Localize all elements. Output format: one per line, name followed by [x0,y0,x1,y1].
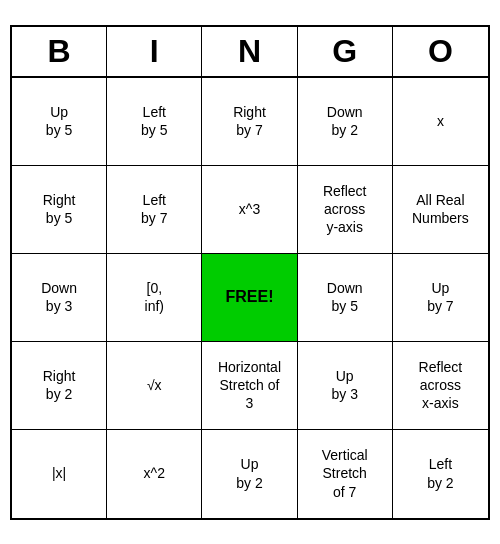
bingo-cell-2[interactable]: Right by 7 [202,78,297,166]
bingo-cell-text-14: Up by 7 [427,279,453,315]
bingo-cell-10[interactable]: Down by 3 [12,254,107,342]
bingo-cell-text-22: Up by 2 [236,455,262,491]
bingo-cell-text-5: Right by 5 [43,191,76,227]
bingo-cell-text-13: Down by 5 [327,279,363,315]
bingo-cell-9[interactable]: All Real Numbers [393,166,488,254]
bingo-cell-text-3: Down by 2 [327,103,363,139]
bingo-cell-text-15: Right by 2 [43,367,76,403]
bingo-cell-text-19: Reflect across x-axis [419,358,463,413]
bingo-cell-text-8: Reflect across y-axis [323,182,367,237]
header-letter-g: G [298,27,393,76]
bingo-cell-text-10: Down by 3 [41,279,77,315]
bingo-cell-text-24: Left by 2 [427,455,453,491]
bingo-cell-1[interactable]: Left by 5 [107,78,202,166]
bingo-cell-22[interactable]: Up by 2 [202,430,297,518]
bingo-cell-11[interactable]: [0, inf) [107,254,202,342]
header-letter-o: O [393,27,488,76]
bingo-cell-19[interactable]: Reflect across x-axis [393,342,488,430]
bingo-cell-13[interactable]: Down by 5 [298,254,393,342]
bingo-cell-23[interactable]: Vertical Stretch of 7 [298,430,393,518]
bingo-cell-6[interactable]: Left by 7 [107,166,202,254]
bingo-cell-text-9: All Real Numbers [412,191,469,227]
bingo-cell-24[interactable]: Left by 2 [393,430,488,518]
bingo-cell-20[interactable]: |x| [12,430,107,518]
bingo-card: BINGO Up by 5Left by 5Right by 7Down by … [10,25,490,520]
bingo-grid: Up by 5Left by 5Right by 7Down by 2xRigh… [12,78,488,518]
bingo-cell-17[interactable]: Horizontal Stretch of 3 [202,342,297,430]
bingo-cell-3[interactable]: Down by 2 [298,78,393,166]
bingo-cell-text-1: Left by 5 [141,103,167,139]
bingo-cell-21[interactable]: x^2 [107,430,202,518]
header-letter-n: N [202,27,297,76]
bingo-cell-5[interactable]: Right by 5 [12,166,107,254]
header-letter-i: I [107,27,202,76]
bingo-cell-7[interactable]: x^3 [202,166,297,254]
bingo-cell-14[interactable]: Up by 7 [393,254,488,342]
bingo-cell-text-0: Up by 5 [46,103,72,139]
bingo-cell-text-20: |x| [52,464,66,482]
header-letter-b: B [12,27,107,76]
bingo-cell-text-11: [0, inf) [145,279,164,315]
bingo-cell-text-4: x [437,112,444,130]
bingo-cell-text-16: √x [147,376,162,394]
bingo-cell-text-12: FREE! [225,287,273,308]
bingo-cell-15[interactable]: Right by 2 [12,342,107,430]
bingo-cell-text-23: Vertical Stretch of 7 [322,446,368,501]
bingo-cell-text-17: Horizontal Stretch of 3 [218,358,281,413]
bingo-cell-0[interactable]: Up by 5 [12,78,107,166]
bingo-cell-4[interactable]: x [393,78,488,166]
bingo-cell-text-7: x^3 [239,200,260,218]
bingo-cell-8[interactable]: Reflect across y-axis [298,166,393,254]
bingo-header: BINGO [12,27,488,78]
bingo-cell-16[interactable]: √x [107,342,202,430]
bingo-cell-12[interactable]: FREE! [202,254,297,342]
bingo-cell-text-21: x^2 [144,464,165,482]
bingo-cell-text-6: Left by 7 [141,191,167,227]
bingo-cell-text-2: Right by 7 [233,103,266,139]
bingo-cell-text-18: Up by 3 [331,367,357,403]
bingo-cell-18[interactable]: Up by 3 [298,342,393,430]
